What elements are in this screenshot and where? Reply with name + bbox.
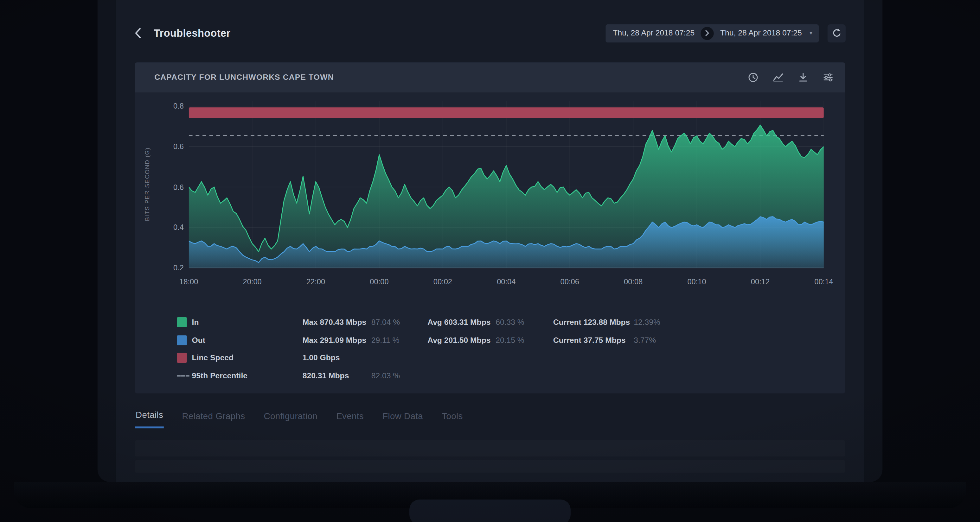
refresh-icon [832,28,842,38]
content-placeholder-row [135,440,845,457]
laptop-mockup: Troubleshooter Thu, 28 Apr 2018 07:25 Th… [0,0,980,522]
tab-tools[interactable]: Tools [441,409,463,428]
legend-series-label[interactable]: Line Speed [192,354,302,362]
legend-swatch[interactable] [177,375,192,376]
chart-legend: InMax 870.43 Mbps87.04 %Avg 603.31 Mbps6… [177,313,826,385]
chart-settings-button[interactable] [822,72,834,83]
x-tick-label: 00:08 [624,277,643,286]
dashed-line-swatch [177,375,189,376]
legend-current: Current 123.88 Mbps [553,318,634,327]
laptop-hinge-notch [409,500,571,522]
detail-tabs: DetailsRelated GraphsConfigurationEvents… [135,409,463,428]
date-forward-button[interactable] [701,27,714,40]
legend-max: 1.00 Gbps [302,354,371,362]
chevron-left-icon [134,27,141,39]
legend-max-pct: 29.11 % [371,336,428,345]
history-button[interactable] [748,72,759,83]
legend-row-in: InMax 870.43 Mbps87.04 %Avg 603.31 Mbps6… [177,313,826,331]
legend-avg-pct: 60.33 % [496,318,553,327]
color-swatch [177,353,187,363]
x-tick-label: 20:00 [243,277,262,286]
y-axis-title: BITS PER SECOND (G) [144,100,151,269]
x-tick-label: 18:00 [179,277,198,286]
x-tick-label: 00:12 [751,277,770,286]
legend-row-line-speed: Line Speed1.00 Gbps [177,349,826,367]
x-tick-label: 00:10 [687,277,706,286]
color-swatch [177,335,187,345]
legend-max: Max 870.43 Mbps [302,318,371,327]
legend-swatch[interactable] [177,317,192,328]
y-tick-label: 0.6 [159,182,184,192]
download-icon [797,72,809,83]
x-tick-label: 00:14 [814,277,833,286]
line-chart-button[interactable] [772,72,784,83]
refresh-button[interactable] [827,24,846,42]
x-tick-label: 00:04 [497,277,515,286]
top-bar: Troubleshooter Thu, 28 Apr 2018 07:25 Th… [116,21,864,46]
x-tick-label: 00:06 [560,277,579,286]
date-from: Thu, 28 Apr 2018 07:25 [613,29,695,38]
x-tick-label: 00:00 [370,277,388,286]
download-button[interactable] [797,72,809,83]
legend-swatch[interactable] [177,353,192,363]
back-button[interactable] [133,26,143,40]
capacity-card: CAPACITY FOR LUNCHWORKS CAPE TOWN [135,62,845,393]
y-tick-label: 0.4 [159,223,184,232]
card-toolbar [748,72,834,83]
legend-current-pct: 3.77% [634,336,826,345]
y-tick-label: 0.6 [159,142,184,151]
tab-configuration[interactable]: Configuration [263,409,318,428]
capacity-chart[interactable] [189,100,824,269]
color-swatch [177,317,187,328]
tab-events[interactable]: Events [336,409,364,428]
tab-related-graphs[interactable]: Related Graphs [181,409,245,428]
legend-row-out: OutMax 291.09 Mbps29.11 %Avg 201.50 Mbps… [177,331,826,349]
legend-series-label[interactable]: In [192,318,302,327]
page-title: Troubleshooter [154,27,230,39]
history-icon [748,72,759,83]
date-to: Thu, 28 Apr 2018 07:25 [720,29,802,38]
x-tick-label: 22:00 [306,277,325,286]
chart-area: BITS PER SECOND (G) 0.80.60.60.40.218:00… [135,92,845,287]
chevron-right-icon [705,30,710,36]
y-tick-label: 0.2 [159,263,184,272]
tab-flow-data[interactable]: Flow Data [382,409,424,428]
sliders-icon [822,72,834,83]
legend-avg-pct: 20.15 % [496,336,553,345]
legend-max: 820.31 Mbps [302,371,371,380]
laptop-screen: Troubleshooter Thu, 28 Apr 2018 07:25 Th… [98,0,883,482]
legend-max-pct: 87.04 % [371,318,428,327]
legend-row-95th-percentile: 95th Percentile820.31 Mbps82.03 % [177,367,826,385]
app-window: Troubleshooter Thu, 28 Apr 2018 07:25 Th… [116,0,864,482]
content-placeholder-row [135,460,845,473]
y-tick-label: 0.8 [159,102,184,111]
legend-avg: Avg 201.50 Mbps [428,336,496,345]
legend-avg: Avg 603.31 Mbps [428,318,496,327]
tab-details[interactable]: Details [135,409,164,428]
laptop-base [14,482,966,508]
card-header: CAPACITY FOR LUNCHWORKS CAPE TOWN [135,62,845,92]
legend-swatch[interactable] [177,335,192,345]
legend-max-pct: 82.03 % [371,371,428,380]
legend-max: Max 291.09 Mbps [302,336,371,345]
date-range-picker[interactable]: Thu, 28 Apr 2018 07:25 Thu, 28 Apr 2018 … [606,24,819,42]
line-chart-icon [772,72,784,83]
card-title: CAPACITY FOR LUNCHWORKS CAPE TOWN [154,73,334,82]
caret-down-icon: ▾ [809,30,812,36]
x-tick-label: 00:02 [433,277,452,286]
legend-current: Current 37.75 Mbps [553,336,634,345]
legend-series-label[interactable]: Out [192,336,302,345]
legend-current-pct: 12.39% [634,318,826,327]
legend-series-label[interactable]: 95th Percentile [192,371,302,380]
